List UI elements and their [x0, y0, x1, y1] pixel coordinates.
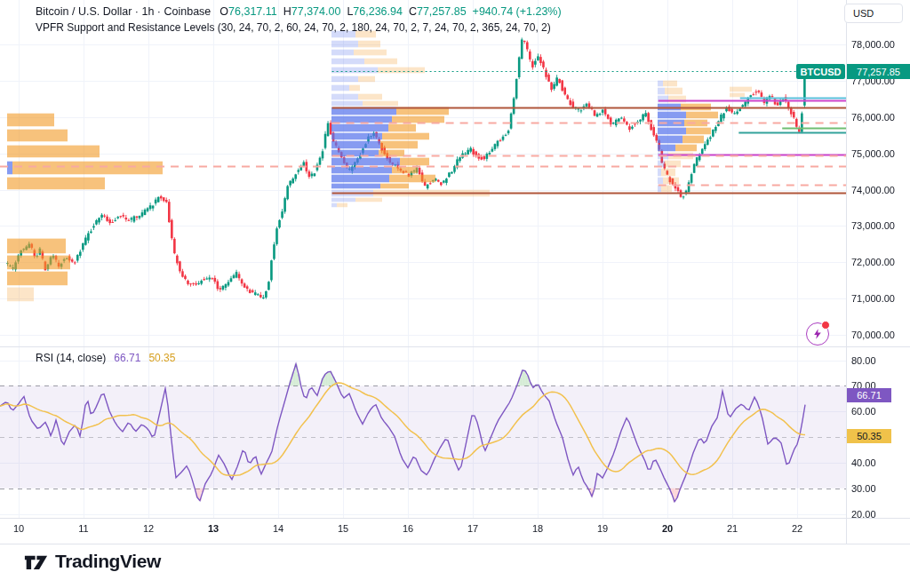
time-axis-label: 16 — [403, 523, 413, 534]
time-axis-label: 14 — [273, 523, 283, 534]
rsi-value: 66.71 — [114, 352, 140, 364]
chart-canvas[interactable] — [0, 0, 910, 588]
rsi-ma-badge: 50.35 — [847, 429, 891, 443]
rsi-ma-value: 50.35 — [148, 352, 175, 364]
indicator-legend-vpfr[interactable]: VPFR Support and Resistance Levels (30, … — [36, 21, 551, 34]
time-axis-label: 15 — [338, 523, 348, 534]
ohlc-open: O76,317.11 — [220, 5, 276, 18]
ohlc-close: C77,257.85 — [409, 5, 467, 18]
time-axis-label: 22 — [792, 523, 802, 534]
notification-dot-icon — [821, 321, 830, 330]
price-axis-label: 70,000.00 — [851, 330, 895, 340]
time-axis-label: 10 — [13, 523, 24, 534]
rsi-value-badge: 66.71 — [847, 388, 891, 402]
price-change: +940.74 (+1.23%) — [473, 5, 562, 18]
rsi-axis-label: 80.00 — [851, 355, 876, 366]
price-axis-label: 73,000.00 — [851, 220, 895, 231]
ohlc-low: L76,236.94 — [347, 5, 403, 18]
symbol-price-label: BTCUSD — [796, 64, 845, 79]
tradingview-logo-icon — [24, 551, 48, 572]
time-axis-label: 18 — [532, 523, 543, 534]
time-axis-label: 12 — [143, 523, 154, 534]
time-axis-label: 21 — [727, 523, 738, 534]
indicator-legend-rsi[interactable]: RSI (14, close) 66.71 50.35 — [36, 352, 175, 364]
price-axis-label: 78,000.00 — [851, 39, 895, 50]
tradingview-logo[interactable]: TradingView — [24, 551, 161, 572]
rsi-title[interactable]: RSI (14, close) — [36, 352, 106, 364]
price-axis-label: 71,000.00 — [851, 293, 895, 304]
price-axis-label: 76,000.00 — [851, 112, 895, 123]
boost-button[interactable] — [806, 322, 829, 346]
time-axis-label: 20 — [662, 523, 673, 534]
ohlc-high: H77,374.00 — [283, 5, 341, 18]
rsi-axis-label: 40.00 — [851, 457, 876, 468]
symbol-title[interactable]: Bitcoin / U.S. Dollar · 1h · Coinbase — [36, 5, 211, 18]
price-axis-label: 75,000.00 — [851, 148, 895, 159]
tradingview-chart-window: Bitcoin / U.S. Dollar · 1h · Coinbase O7… — [0, 0, 910, 588]
price-axis[interactable]: 78,000.0077,000.0076,000.0075,000.0074,0… — [846, 0, 910, 544]
time-axis-label: 11 — [78, 523, 88, 534]
tradingview-logo-text: TradingView — [55, 551, 161, 572]
time-axis-label: 17 — [467, 523, 478, 534]
rsi-axis-label: 20.00 — [851, 509, 876, 520]
symbol-legend[interactable]: Bitcoin / U.S. Dollar · 1h · Coinbase O7… — [36, 5, 562, 18]
price-axis-label: 72,000.00 — [851, 257, 895, 267]
rsi-axis-label: 30.00 — [851, 483, 876, 494]
time-axis-label: 19 — [597, 523, 608, 534]
time-axis[interactable]: 10111213141516171819202122 — [0, 519, 846, 544]
time-axis-label: 13 — [208, 523, 219, 534]
rsi-axis-label: 60.00 — [851, 406, 876, 417]
last-price-badge: 77,257.85 — [847, 64, 910, 79]
lightning-icon — [811, 328, 824, 340]
price-axis-label: 74,000.00 — [851, 185, 895, 195]
